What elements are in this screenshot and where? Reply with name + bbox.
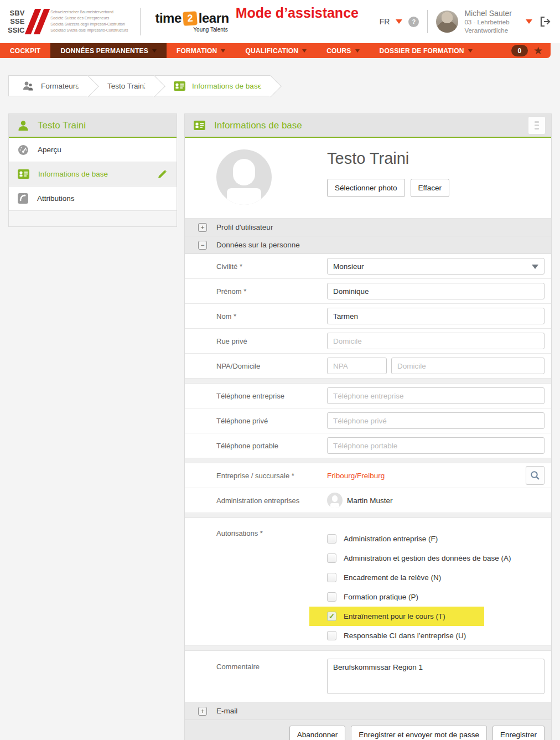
nav-caret-icon [302,49,307,53]
user-name: Michel Sauter [464,9,512,19]
checkbox-unchecked-icon[interactable] [327,573,336,582]
expand-icon[interactable]: + [198,223,207,232]
nav-caret-icon [221,49,225,53]
logout-icon[interactable] [540,16,551,27]
notification-badge[interactable]: 0 [511,45,528,56]
nav-caret-icon [355,49,360,53]
company-search-button[interactable] [526,466,545,485]
sidebar-footer [9,211,177,226]
checkbox-unchecked-icon[interactable] [327,534,336,544]
field-prenom: Prénom * [185,279,551,304]
nav-caret-icon [468,49,473,53]
id-card-icon [194,121,205,130]
id-card-icon [174,81,185,91]
group-separator [185,379,551,384]
lastname-input[interactable] [327,308,545,324]
checkbox-responsable-ci[interactable]: Responsable CI dans l’entreprise (U) [327,626,511,645]
nav-cockpit[interactable]: COCKPIT [0,43,50,58]
photo-section: Testo Traini Sélectionner photo Effacer [185,138,551,219]
nav-caret-icon [152,49,157,53]
nav-dossier-de-formation[interactable]: DOSSIER DE FORMATION [370,43,483,58]
checkbox-admin-entreprise[interactable]: Administration entreprise (F) [327,529,511,548]
profile-photo-placeholder [216,149,272,205]
favorites-star-icon[interactable]: ★ [533,45,543,56]
page-title: Informations de base [214,120,302,131]
field-entreprise-succursale: Entreprise / succursale * Fribourg/Freib… [185,463,551,488]
nav-formation[interactable]: FORMATION [167,43,236,58]
group-separator [185,513,551,518]
id-card-icon [18,169,29,179]
field-tel-prive: Téléphone privé [185,408,551,433]
panel-menu-button[interactable] [528,116,546,134]
phone-mobile-input[interactable] [327,437,545,454]
time2learn-logo: time 2 learn Young Talents [155,11,229,33]
user-menu-caret-icon[interactable] [526,19,532,24]
person-icon [18,120,29,131]
city-input[interactable] [391,358,545,374]
header-separator [427,10,428,33]
collapse-icon[interactable]: − [198,241,207,250]
user-role-line: Verantwortliche [464,27,512,34]
sidebar-item-attributions[interactable]: Attributions [9,187,177,211]
nav-qualification[interactable]: QUALIFICATION [235,43,317,58]
admin-avatar [327,493,343,508]
checkbox-entrainement-cours[interactable]: ✓ Entraînement pour le cours (T) [327,607,511,626]
dashboard-gauge-icon [18,144,29,156]
user-avatar[interactable] [436,11,458,33]
sbv-subline: Società Svizzera degli Impresari-Costrut… [50,22,128,28]
header-divider [140,8,141,35]
sbv-subline: Societad Svizra dals Impresaris-Construc… [50,28,128,34]
section-profil-utilisateur[interactable]: + Profil d'utilisateur [185,219,551,236]
cancel-button[interactable]: Abandonner [289,726,346,740]
firstname-input[interactable] [327,283,545,299]
field-civilite: Civilité * Monsieur [185,254,551,279]
comment-textarea[interactable]: Berufskommissar Region 1 [327,659,545,694]
help-icon[interactable]: ? [408,17,419,27]
main-panel: Informations de base Testo Traini Sélect… [184,113,552,740]
checkbox-unchecked-icon[interactable] [327,592,336,602]
breadcrumb-formateurs[interactable]: Formateurs [8,75,88,96]
checkbox-formation-pratique[interactable]: Formation pratique (P) [327,587,511,607]
language-caret-icon[interactable] [396,19,402,24]
expand-icon[interactable]: + [198,707,207,716]
field-autorisations: Autorisations * Administration entrepris… [185,518,551,646]
form-footer: Abandonner Enregistrer et envoyer mot de… [185,720,551,740]
section-email[interactable]: + E-mail [185,702,551,720]
nav-donnees-permanentes[interactable]: DONNÉES PERMANENTES [50,43,167,58]
company-link[interactable]: Fribourg/Freiburg [327,472,385,480]
checkbox-checked-icon[interactable]: ✓ [327,612,336,621]
field-npa-domicile: NPA/Domicile [185,354,551,379]
save-button[interactable]: Enregistrer [492,726,545,740]
logo-learn: learn [199,11,229,26]
checkbox-encadrement-releve[interactable]: Encadrement de la relève (N) [327,568,511,587]
user-info: Michel Sauter 03 - Lehrbetrieb Verantwor… [464,9,512,34]
sbv-stripes-icon [30,9,45,34]
select-photo-button[interactable]: Sélectionner photo [327,179,405,197]
user-role-line: 03 - Lehrbetrieb [464,18,512,26]
street-input[interactable] [327,333,545,349]
edit-pencil-icon[interactable] [157,169,168,179]
trainers-people-icon [22,81,34,91]
npa-input[interactable] [327,358,387,374]
sbv-subline: Schweizerischer Baumeisterverband [50,9,128,15]
sidebar-item-apercu[interactable]: Aperçu [9,138,177,162]
civility-select[interactable]: Monsieur [327,258,545,275]
sidebar: Testo Traini Aperçu Informations de base… [8,113,177,227]
save-and-send-password-button[interactable]: Enregistrer et envoyer mot de passe [351,726,487,740]
breadcrumb: Formateurs Testo Traini Informations de … [8,75,560,96]
phone-private-input[interactable] [327,412,545,429]
section-donnees-personne[interactable]: − Données sur la personne [185,236,551,254]
phone-company-input[interactable] [327,387,545,404]
main-nav: COCKPIT DONNÉES PERMANENTES FORMATION QU… [0,43,551,58]
field-rue-prive: Rue privé [185,329,551,354]
checkbox-unchecked-icon[interactable] [327,553,336,563]
checkbox-admin-gestion-donnees[interactable]: Administration et gestion des données de… [327,548,511,568]
breadcrumb-informations-de-base[interactable]: Informations de base [154,75,271,96]
clear-photo-button[interactable]: Effacer [411,179,450,197]
language-selector[interactable]: FR [380,17,390,26]
sbv-subline: Société Suisse des Entrepreneurs [50,15,128,22]
sidebar-item-informations-de-base[interactable]: Informations de base [9,162,177,187]
checkbox-unchecked-icon[interactable] [327,631,336,640]
sbv-logo: SBV SSE SSIC Schweizerischer Baumeisterv… [8,9,128,35]
nav-cours[interactable]: COURS [317,43,369,58]
